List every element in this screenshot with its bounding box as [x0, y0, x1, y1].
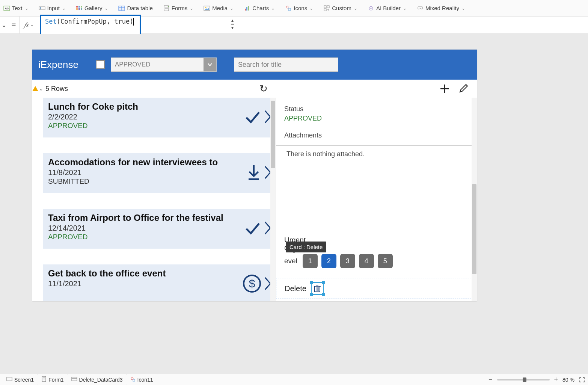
svg-rect-25	[327, 6, 329, 8]
list-item-date: 12/14/2021	[48, 224, 242, 233]
fx-button[interactable]: 𝑓x⌄	[20, 17, 38, 33]
ribbon-label: Icons	[294, 5, 307, 11]
chevron-down-icon	[204, 58, 216, 71]
formula-bar: ⌄ = 𝑓x⌄ Set(ConfirmPopUp, true) ▴═▾	[0, 17, 588, 34]
scrollbar[interactable]	[472, 98, 477, 301]
zoom-out-button[interactable]: −	[488, 376, 493, 383]
ribbon-forms[interactable]: Forms ⌄	[163, 5, 194, 11]
breadcrumb[interactable]: Screen1	[3, 374, 38, 385]
chart-icon	[244, 5, 250, 11]
app-preview: iExpense APPROVED Search for title ⌄ 5 R…	[32, 50, 477, 301]
add-button[interactable]	[439, 83, 451, 95]
svg-rect-5	[78, 6, 80, 8]
text-icon: Abc	[4, 5, 10, 11]
list-item-status: SUBMITTED	[48, 177, 242, 186]
svg-rect-7	[76, 8, 78, 10]
list-header: ⌄ 5 Rows ↻	[32, 80, 477, 98]
equals-label: =	[8, 17, 20, 33]
ribbon-gallery[interactable]: Gallery ⌄	[76, 5, 109, 11]
level-button-5[interactable]: 5	[378, 254, 393, 268]
svg-rect-2	[39, 7, 45, 10]
level-button-4[interactable]: 4	[359, 254, 374, 268]
status-bar: Screen1Form1Delete_DataCard3Icon11 − + 8…	[0, 374, 588, 385]
mr-icon	[417, 5, 423, 11]
delete-data-card[interactable]: Delete	[276, 278, 477, 299]
tooltip: Card : Delete	[286, 242, 326, 252]
chevron-down-icon: ⌄	[354, 6, 357, 11]
chevron-down-icon: ⌄	[309, 6, 313, 11]
ribbon-label: Data table	[127, 5, 152, 11]
chevron-down-icon: ⌄	[62, 6, 66, 11]
svg-rect-47	[72, 377, 77, 381]
ribbon-label: Media	[212, 5, 228, 11]
delete-label: Delete	[285, 284, 306, 293]
canvas-area: iExpense APPROVED Search for title ⌄ 5 R…	[0, 34, 588, 374]
search-placeholder: Search for title	[238, 61, 282, 69]
svg-rect-23	[288, 8, 291, 11]
formula-resize-handle[interactable]: ▴═▾	[231, 18, 234, 30]
ribbon-mixed-reality[interactable]: Mixed Reality ⌄	[417, 5, 465, 11]
svg-rect-6	[81, 6, 82, 8]
chevron-down-icon: ⌄	[461, 6, 465, 11]
media-icon	[204, 5, 210, 11]
form-icon	[163, 5, 169, 11]
ribbon-datatable[interactable]: Data table	[119, 5, 152, 11]
item-action-icon[interactable]: $	[243, 274, 261, 294]
breadcrumb[interactable]: Form1	[38, 374, 68, 385]
chevron-down-icon: ⌄	[104, 6, 108, 11]
formula-args: (ConfirmPopUp, true)	[57, 18, 134, 25]
breadcrumb[interactable]: Icon11	[127, 374, 157, 385]
svg-rect-20	[246, 7, 247, 11]
breadcrumb[interactable]: Delete_DataCard3	[68, 374, 127, 385]
icons-icon	[285, 5, 291, 11]
property-dropdown[interactable]: ⌄	[0, 17, 8, 33]
filter-dropdown[interactable]: APPROVED	[111, 57, 217, 72]
filter-checkbox[interactable]	[96, 60, 105, 69]
chevron-down-icon[interactable]: ⌄	[39, 86, 43, 92]
trash-icon[interactable]	[311, 282, 324, 295]
refresh-icon[interactable]: ↻	[259, 83, 268, 95]
list-item-title: Accomodations for new interviewees to	[48, 157, 242, 168]
item-action-icon[interactable]	[244, 109, 261, 126]
zoom-in-button[interactable]: +	[554, 376, 558, 383]
chevron-down-icon: ⌄	[190, 6, 193, 11]
status-value: APPROVED	[284, 115, 469, 122]
zoom-unit: %	[570, 377, 574, 383]
detail-pane: Status APPROVED Attachments There is not…	[276, 98, 477, 301]
ribbon-label: Input	[47, 5, 60, 11]
svg-text:$: $	[249, 277, 255, 290]
level-button-2[interactable]: 2	[321, 254, 336, 268]
list-item[interactable]: Lunch for Coke pitch2/2/2022APPROVED	[43, 98, 276, 137]
list-item[interactable]: Taxi from Airport to Office for the fest…	[43, 209, 276, 249]
scrollbar[interactable]	[270, 98, 276, 301]
svg-rect-43	[7, 377, 12, 381]
list-item[interactable]: Get back to the office event11/1/2021$	[43, 264, 276, 301]
ribbon-icons[interactable]: Icons ⌄	[285, 5, 313, 11]
svg-rect-19	[245, 9, 246, 11]
svg-rect-8	[78, 8, 80, 10]
edit-button[interactable]	[457, 83, 469, 95]
ribbon-charts[interactable]: Charts ⌄	[244, 5, 275, 11]
item-action-icon[interactable]	[246, 164, 261, 182]
ribbon-input[interactable]: Input ⌄	[39, 5, 66, 11]
list-item-date: 2/2/2022	[48, 113, 242, 121]
ribbon-ai-builder[interactable]: AI Builder ⌄	[368, 5, 407, 11]
list-item-title: Taxi from Airport to Office for the fest…	[48, 213, 242, 223]
ribbon-media[interactable]: Media ⌄	[204, 5, 234, 11]
ribbon-label: Forms	[172, 5, 188, 11]
svg-rect-9	[81, 8, 82, 10]
fit-to-window-button[interactable]	[579, 377, 585, 383]
breadcrumb-label: Icon11	[137, 377, 153, 383]
chevron-down-icon: ⌄	[271, 6, 275, 11]
list-item[interactable]: Accomodations for new interviewees to11/…	[43, 153, 276, 193]
svg-point-22	[286, 6, 288, 8]
ribbon-text[interactable]: Abc Text ⌄	[4, 5, 29, 11]
zoom-value: 80	[562, 377, 568, 383]
ribbon-custom[interactable]: Custom ⌄	[324, 5, 357, 11]
item-action-icon[interactable]	[244, 220, 261, 237]
level-button-3[interactable]: 3	[340, 254, 355, 268]
zoom-slider[interactable]	[497, 379, 550, 380]
level-button-1[interactable]: 1	[303, 254, 318, 268]
warning-icon	[32, 86, 38, 91]
search-input[interactable]: Search for title	[234, 57, 338, 72]
